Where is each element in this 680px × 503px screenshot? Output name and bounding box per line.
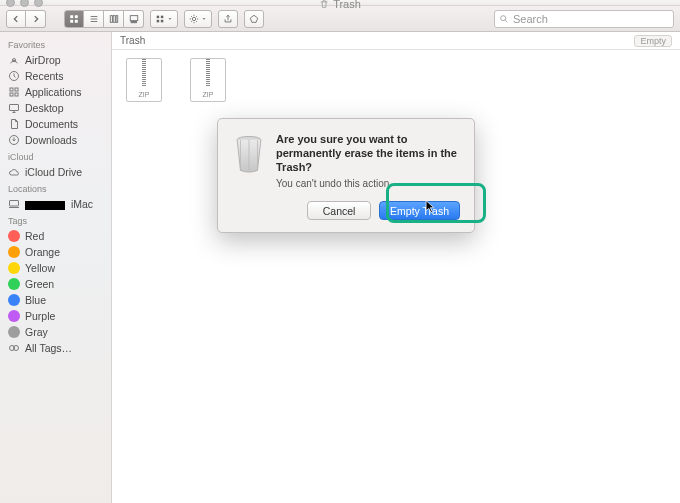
window-controls xyxy=(6,0,43,7)
svg-rect-12 xyxy=(161,15,164,17)
sidebar-item-label: Red xyxy=(25,230,44,242)
share-button[interactable] xyxy=(218,10,238,28)
sidebar-item-icloud-drive[interactable]: iCloud Drive xyxy=(0,164,111,180)
confirm-dialog: Are you sure you want to permanently era… xyxy=(217,118,475,233)
file-thumbnail xyxy=(126,58,162,102)
sidebar-item-recents[interactable]: Recents xyxy=(0,68,111,84)
sidebar-item-orange[interactable]: Orange xyxy=(0,244,111,260)
back-button[interactable] xyxy=(6,10,26,28)
sidebar-item-documents[interactable]: Documents xyxy=(0,116,111,132)
empty-trash-button[interactable]: Empty Trash xyxy=(379,201,460,220)
tag-dot xyxy=(8,310,20,322)
sidebar-item-red[interactable]: Red xyxy=(0,228,111,244)
sidebar-item-imac[interactable]: iMac xyxy=(0,196,111,212)
cancel-button[interactable]: Cancel xyxy=(307,201,371,220)
content-area: Trash Empty Are you sure you want to per… xyxy=(112,32,680,503)
forward-button[interactable] xyxy=(26,10,46,28)
sidebar-item-label: Desktop xyxy=(25,102,64,114)
sidebar-item-downloads[interactable]: Downloads xyxy=(0,132,111,148)
documents-icon xyxy=(8,118,20,130)
action-button[interactable] xyxy=(184,10,212,28)
sidebar-item-label: iCloud Drive xyxy=(25,166,82,178)
titlebar: Trash xyxy=(0,0,680,6)
gallery-view-button[interactable] xyxy=(124,10,144,28)
svg-rect-8 xyxy=(131,21,132,22)
svg-rect-3 xyxy=(75,19,78,22)
svg-rect-10 xyxy=(135,21,136,22)
sidebar-header: Favorites xyxy=(0,36,111,52)
file-item[interactable] xyxy=(120,58,168,105)
sidebar-item-label: Orange xyxy=(25,246,60,258)
svg-rect-1 xyxy=(75,15,78,18)
svg-rect-11 xyxy=(157,15,160,17)
path-bar: Trash Empty xyxy=(112,32,680,50)
trash-icon xyxy=(319,0,329,9)
tags-button[interactable] xyxy=(244,10,264,28)
file-thumbnail xyxy=(190,58,226,102)
zoom-window-button[interactable] xyxy=(34,0,43,7)
svg-rect-0 xyxy=(70,15,73,18)
recents-icon xyxy=(8,70,20,82)
file-grid xyxy=(112,50,680,113)
minimize-window-button[interactable] xyxy=(20,0,29,7)
sidebar-item-yellow[interactable]: Yellow xyxy=(0,260,111,276)
list-view-button[interactable] xyxy=(84,10,104,28)
search-icon xyxy=(499,14,509,24)
column-view-button[interactable] xyxy=(104,10,124,28)
tag-dot xyxy=(8,230,20,242)
svg-point-16 xyxy=(501,15,506,20)
tag-dot xyxy=(8,278,20,290)
path-location: Trash xyxy=(120,35,145,46)
sidebar-item-label: Purple xyxy=(25,310,55,322)
sidebar-item-green[interactable]: Green xyxy=(0,276,111,292)
svg-rect-6 xyxy=(116,15,118,22)
tag-dot xyxy=(8,326,20,338)
sidebar-item-all-tags-[interactable]: All Tags… xyxy=(0,340,111,356)
svg-rect-25 xyxy=(10,201,19,207)
sidebar-item-label: Yellow xyxy=(25,262,55,274)
svg-rect-22 xyxy=(15,93,18,96)
sidebar-header: Locations xyxy=(0,180,111,196)
file-item[interactable] xyxy=(184,58,232,105)
sidebar-header: Tags xyxy=(0,212,111,228)
sidebar: FavoritesAirDropRecentsApplicationsDeskt… xyxy=(0,32,112,503)
computer-icon xyxy=(8,198,20,210)
sidebar-header: iCloud xyxy=(0,148,111,164)
alltags-icon xyxy=(8,342,20,354)
sidebar-item-label: Documents xyxy=(25,118,78,130)
icloud-icon xyxy=(8,166,20,178)
svg-rect-20 xyxy=(15,88,18,91)
sidebar-item-label: Recents xyxy=(25,70,64,82)
sidebar-item-label: Blue xyxy=(25,294,46,306)
sidebar-item-blue[interactable]: Blue xyxy=(0,292,111,308)
arrange-button[interactable] xyxy=(150,10,178,28)
window-title: Trash xyxy=(319,0,361,10)
svg-rect-19 xyxy=(10,88,13,91)
dialog-title: Are you sure you want to permanently era… xyxy=(276,133,460,174)
icon-view-button[interactable] xyxy=(64,10,84,28)
svg-point-15 xyxy=(192,17,195,20)
sidebar-item-label: All Tags… xyxy=(25,342,72,354)
trash-icon xyxy=(232,133,266,189)
tag-dot xyxy=(8,262,20,274)
nav-buttons xyxy=(6,10,46,28)
search-field[interactable]: Search xyxy=(494,10,674,28)
sidebar-item-label: Green xyxy=(25,278,54,290)
tag-dot xyxy=(8,246,20,258)
svg-rect-14 xyxy=(161,19,164,21)
svg-rect-21 xyxy=(10,93,13,96)
empty-trash-badge[interactable]: Empty xyxy=(634,35,672,47)
sidebar-item-label: Downloads xyxy=(25,134,77,146)
sidebar-item-desktop[interactable]: Desktop xyxy=(0,100,111,116)
desktop-icon xyxy=(8,102,20,114)
sidebar-item-label: AirDrop xyxy=(25,54,61,66)
tag-dot xyxy=(8,294,20,306)
airdrop-icon xyxy=(8,54,20,66)
sidebar-item-airdrop[interactable]: AirDrop xyxy=(0,52,111,68)
svg-rect-5 xyxy=(113,15,115,22)
sidebar-item-gray[interactable]: Gray xyxy=(0,324,111,340)
svg-rect-9 xyxy=(133,21,134,22)
sidebar-item-applications[interactable]: Applications xyxy=(0,84,111,100)
close-window-button[interactable] xyxy=(6,0,15,7)
sidebar-item-purple[interactable]: Purple xyxy=(0,308,111,324)
